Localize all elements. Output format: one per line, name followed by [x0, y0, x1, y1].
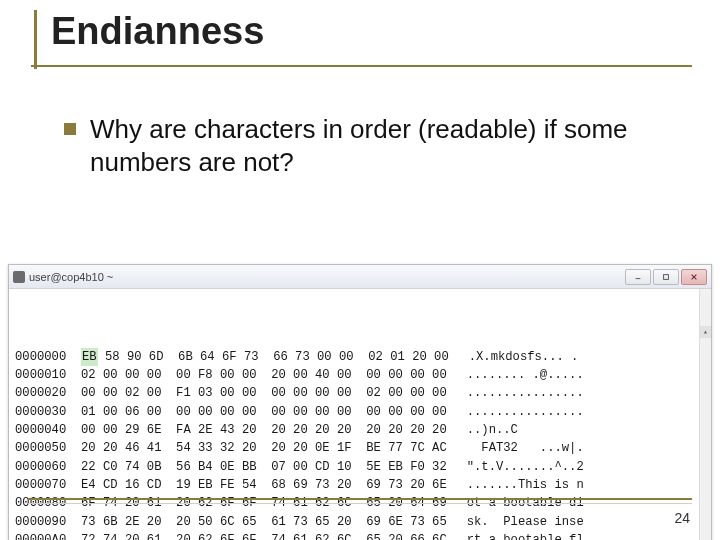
- slide: Endianness Why are characters in order (…: [0, 0, 720, 540]
- hex-first-byte: 01: [81, 403, 96, 421]
- hex-ascii: ........ .@.....: [467, 366, 584, 384]
- bullet-item: Why are characters in order (readable) i…: [64, 113, 668, 178]
- hex-bytes: 58 90 6D 6B 64 6F 73 66 73 00 00 02 01 2…: [98, 348, 449, 366]
- hex-first-byte: E4: [81, 476, 96, 494]
- hex-bytes: CD 16 CD 19 EB FE 54 68 69 73 20 69 73 2…: [96, 476, 447, 494]
- hex-first-byte: 20: [81, 439, 96, 457]
- app-icon: [13, 271, 25, 283]
- hex-ascii: .X.mkdosfs... .: [469, 348, 579, 366]
- hex-row: 000009073 6B 2E 20 20 50 6C 65 61 73 65 …: [15, 513, 705, 531]
- hex-offset: 0000030: [15, 403, 81, 421]
- window-titlebar: user@cop4b10 ~: [9, 265, 711, 289]
- hex-row: 0000000EB 58 90 6D 6B 64 6F 73 66 73 00 …: [15, 348, 705, 366]
- hex-ascii: sk. Please inse: [467, 513, 584, 531]
- hex-bytes: C0 74 0B 56 B4 0E BB 07 00 CD 10 5E EB F…: [96, 458, 447, 476]
- hex-bytes: 00 00 00 00 F8 00 00 20 00 40 00 00 00 0…: [96, 366, 447, 384]
- hex-first-byte: 00: [81, 421, 96, 439]
- hex-first-byte: 73: [81, 513, 96, 531]
- hex-bytes: 6B 2E 20 20 50 6C 65 61 73 65 20 69 6E 7…: [96, 513, 447, 531]
- hex-row: 000004000 00 29 6E FA 2E 43 20 20 20 20 …: [15, 421, 705, 439]
- hex-ascii: ................: [467, 403, 584, 421]
- hex-offset: 0000060: [15, 458, 81, 476]
- hex-first-byte: 22: [81, 458, 96, 476]
- svg-rect-1: [664, 274, 669, 279]
- hex-offset: 0000010: [15, 366, 81, 384]
- hex-ascii: ".t.V.......^..2: [467, 458, 584, 476]
- scroll-up-icon[interactable]: ▴: [700, 326, 711, 338]
- title-block: Endianness: [34, 10, 692, 69]
- maximize-button[interactable]: [653, 269, 679, 285]
- hex-offset: 0000070: [15, 476, 81, 494]
- hex-ascii: ..)n..C: [467, 421, 584, 439]
- hex-offset: 0000050: [15, 439, 81, 457]
- hex-ascii: rt a bootable fl: [467, 531, 584, 540]
- slide-body: Why are characters in order (readable) i…: [64, 113, 668, 178]
- scrollbar[interactable]: ▴: [699, 289, 711, 540]
- page-number: 24: [674, 510, 690, 526]
- hex-offset: 0000000: [15, 348, 81, 366]
- slide-title: Endianness: [51, 10, 692, 53]
- hex-first-byte: 00: [81, 384, 96, 402]
- footer-rule: [28, 498, 692, 500]
- hex-row: 000002000 00 02 00 F1 03 00 00 00 00 00 …: [15, 384, 705, 402]
- bullet-square-icon: [64, 123, 76, 135]
- hex-row: 0000070E4 CD 16 CD 19 EB FE 54 68 69 73 …: [15, 476, 705, 494]
- hex-offset: 0000020: [15, 384, 81, 402]
- hex-offset: 0000090: [15, 513, 81, 531]
- minimize-button[interactable]: [625, 269, 651, 285]
- hex-row: 000001002 00 00 00 00 F8 00 00 20 00 40 …: [15, 366, 705, 384]
- hex-bytes: 00 02 00 F1 03 00 00 00 00 00 00 02 00 0…: [96, 384, 447, 402]
- close-button[interactable]: [681, 269, 707, 285]
- hex-offset: 00000A0: [15, 531, 81, 540]
- hex-ascii: FAT32 ...w|.: [467, 439, 584, 457]
- bullet-text: Why are characters in order (readable) i…: [90, 113, 668, 178]
- hex-first-byte: EB: [81, 348, 98, 366]
- hex-bytes: 74 20 61 20 62 6F 6F 74 61 62 6C 65 20 6…: [96, 531, 447, 540]
- window-title-left: user@cop4b10 ~: [13, 271, 113, 283]
- window-title: user@cop4b10 ~: [29, 271, 113, 283]
- title-rule: Endianness: [31, 10, 692, 67]
- hex-offset: 0000040: [15, 421, 81, 439]
- hex-first-byte: 02: [81, 366, 96, 384]
- window-buttons: [625, 269, 707, 285]
- hex-bytes: 00 06 00 00 00 00 00 00 00 00 00 00 00 0…: [96, 403, 447, 421]
- hex-ascii: .......This is n: [467, 476, 584, 494]
- hex-bytes: 20 46 41 54 33 32 20 20 20 0E 1F BE 77 7…: [96, 439, 447, 457]
- hex-row: 000006022 C0 74 0B 56 B4 0E BB 07 00 CD …: [15, 458, 705, 476]
- hex-ascii: ................: [467, 384, 584, 402]
- hex-row: 000003001 00 06 00 00 00 00 00 00 00 00 …: [15, 403, 705, 421]
- hex-row: 00000A072 74 20 61 20 62 6F 6F 74 61 62 …: [15, 531, 705, 540]
- hex-bytes: 00 29 6E FA 2E 43 20 20 20 20 20 20 20 2…: [96, 421, 447, 439]
- hex-first-byte: 72: [81, 531, 96, 540]
- footer-rule-light: [28, 503, 692, 504]
- hex-row: 000005020 20 46 41 54 33 32 20 20 20 0E …: [15, 439, 705, 457]
